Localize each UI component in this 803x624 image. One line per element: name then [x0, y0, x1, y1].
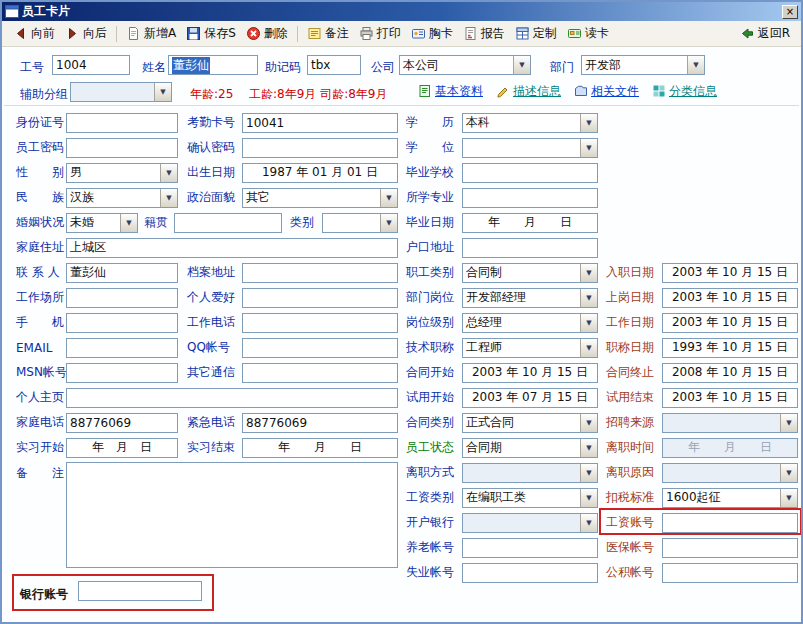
home-phone-input[interactable]: 88776069 [66, 413, 178, 433]
employee-category-select-arrow-icon[interactable]: ▼ [580, 264, 597, 282]
leave-reason-select-arrow-icon[interactable]: ▼ [780, 464, 797, 482]
salary-account-input[interactable] [662, 513, 798, 533]
medical-account-input[interactable] [662, 538, 798, 558]
leave-method-select-arrow-icon[interactable]: ▼ [580, 464, 597, 482]
tab-desc[interactable]: 描述信息 [496, 83, 561, 100]
close-button[interactable]: × [782, 5, 798, 19]
toolbar-readcard-button[interactable]: 读卡 [562, 23, 614, 44]
contract-type-select[interactable]: 正式合同▼ [462, 413, 598, 433]
salary-category-select-arrow-icon[interactable]: ▼ [580, 489, 597, 507]
leave-reason-select[interactable]: ▼ [662, 463, 798, 483]
msn-input[interactable] [66, 363, 178, 383]
political-status-select-arrow-icon[interactable]: ▼ [380, 189, 397, 207]
fund-account-input[interactable] [662, 563, 798, 583]
pension-account-input[interactable] [462, 538, 598, 558]
category-select[interactable]: ▼ [322, 213, 398, 233]
confirm-password-input[interactable] [242, 138, 398, 158]
marital-status-select[interactable]: 未婚▼ [66, 213, 138, 233]
emergency-phone-input[interactable]: 88776069 [242, 413, 398, 433]
dept-dropdown-arrow-icon[interactable]: ▼ [687, 56, 704, 74]
password-input[interactable] [66, 138, 178, 158]
gender-select-arrow-icon[interactable]: ▼ [160, 164, 177, 182]
tab-files[interactable]: 相关文件 [574, 83, 639, 100]
dept-position-select[interactable]: 开发部经理▼ [462, 288, 598, 308]
recruit-source-select[interactable]: ▼ [662, 413, 798, 433]
tech-title-select[interactable]: 工程师▼ [462, 338, 598, 358]
other-contact-input[interactable] [242, 363, 398, 383]
ethnicity-select-arrow-icon[interactable]: ▼ [160, 189, 177, 207]
internship-start-field[interactable]: 年 月 日 [66, 438, 178, 458]
unemployment-account-input[interactable] [462, 563, 598, 583]
position-level-select-arrow-icon[interactable]: ▼ [580, 314, 597, 332]
home-address-input[interactable]: 上城区 [66, 238, 398, 258]
position-level-select[interactable]: 总经理▼ [462, 313, 598, 333]
ethnicity-select[interactable]: 汉族▼ [66, 188, 178, 208]
leave-time-field[interactable]: 年 月 日 [662, 438, 798, 458]
archive-address-input[interactable] [242, 263, 398, 283]
work-date-field[interactable]: 2003 年 10 月 15 日 [662, 313, 798, 333]
bank-account-input[interactable] [78, 581, 202, 601]
toolbar-print-button[interactable]: 打印 [354, 23, 406, 44]
toolbar-report-button[interactable]: 报告 [458, 23, 510, 44]
education-select[interactable]: 本科▼ [462, 113, 598, 133]
political-status-select[interactable]: 其它▼ [242, 188, 398, 208]
post-date-field[interactable]: 2003 年 10 月 15 日 [662, 288, 798, 308]
contract-start-field[interactable]: 2003 年 10 月 15 日 [462, 363, 598, 383]
internship-end-field[interactable]: 年 月 日 [242, 438, 398, 458]
employee-status-select[interactable]: 合同期▼ [462, 438, 598, 458]
tax-standard-select-arrow-icon[interactable]: ▼ [780, 489, 797, 507]
major-input[interactable] [462, 188, 598, 208]
trial-start-field[interactable]: 2003 年 07 月 15 日 [462, 388, 598, 408]
native-place-input[interactable] [174, 213, 282, 233]
dept-select[interactable]: 开发部 ▼ [581, 55, 705, 75]
hobby-input[interactable] [242, 288, 398, 308]
employee-category-select[interactable]: 合同制▼ [462, 263, 598, 283]
toolbar-badge-button[interactable]: 胸卡 [406, 23, 458, 44]
toolbar-delete-button[interactable]: 删除 [241, 23, 293, 44]
toolbar-return-button[interactable]: 返回R [735, 23, 795, 44]
tax-standard-select[interactable]: 1600起征▼ [662, 488, 798, 508]
mobile-input[interactable] [66, 313, 178, 333]
education-select-arrow-icon[interactable]: ▼ [580, 114, 597, 132]
toolbar-save-button[interactable]: 保存S [181, 23, 241, 44]
leave-method-select[interactable]: ▼ [462, 463, 598, 483]
toolbar-new-button[interactable]: 新增A [121, 23, 181, 44]
degree-select-arrow-icon[interactable]: ▼ [580, 139, 597, 157]
id-card-input[interactable] [66, 113, 178, 133]
email-input[interactable] [66, 338, 178, 358]
workplace-input[interactable] [66, 288, 178, 308]
recruit-source-select-arrow-icon[interactable]: ▼ [780, 414, 797, 432]
remarks-textarea[interactable] [66, 462, 398, 568]
birth-date-field[interactable]: 1987 年 01 月 01 日 [242, 163, 398, 183]
toolbar-note-button[interactable]: 备注 [302, 23, 354, 44]
toolbar-custom-button[interactable]: 定制 [510, 23, 562, 44]
mnemonic-input[interactable]: tbx [307, 55, 361, 75]
dept-position-select-arrow-icon[interactable]: ▼ [580, 289, 597, 307]
homepage-input[interactable] [66, 388, 398, 408]
entry-date-field[interactable]: 2003 年 10 月 15 日 [662, 263, 798, 283]
company-select[interactable]: 本公司 ▼ [399, 55, 531, 75]
contract-end-field[interactable]: 2008 年 10 月 15 日 [662, 363, 798, 383]
contract-type-select-arrow-icon[interactable]: ▼ [580, 414, 597, 432]
work-phone-input[interactable] [242, 313, 398, 333]
marital-status-select-arrow-icon[interactable]: ▼ [120, 214, 137, 232]
emp-no-input[interactable]: 1004 [52, 55, 130, 75]
tab-class[interactable]: 分类信息 [652, 83, 717, 100]
toolbar-prev-button[interactable]: 向前 [8, 23, 60, 44]
name-input[interactable]: 董彭仙 [168, 55, 258, 75]
gender-select[interactable]: 男▼ [66, 163, 178, 183]
title-date-field[interactable]: 1993 年 10 月 15 日 [662, 338, 798, 358]
employee-status-select-arrow-icon[interactable]: ▼ [580, 439, 597, 457]
trial-end-field[interactable]: 2003 年 10 月 15 日 [662, 388, 798, 408]
qq-input[interactable] [242, 338, 398, 358]
toolbar-next-button[interactable]: 向后 [60, 23, 112, 44]
bank-select[interactable]: ▼ [462, 513, 598, 533]
tab-basic[interactable]: 基本资料 [418, 83, 483, 100]
aux-group-select[interactable]: ▼ [70, 82, 172, 102]
aux-group-dropdown-arrow-icon[interactable]: ▼ [154, 83, 171, 101]
salary-category-select[interactable]: 在编职工类▼ [462, 488, 598, 508]
graduation-date-field[interactable]: 年 月 日 [462, 213, 598, 233]
category-select-arrow-icon[interactable]: ▼ [380, 214, 397, 232]
contact-input[interactable]: 董彭仙 [66, 263, 178, 283]
bank-select-arrow-icon[interactable]: ▼ [580, 514, 597, 532]
